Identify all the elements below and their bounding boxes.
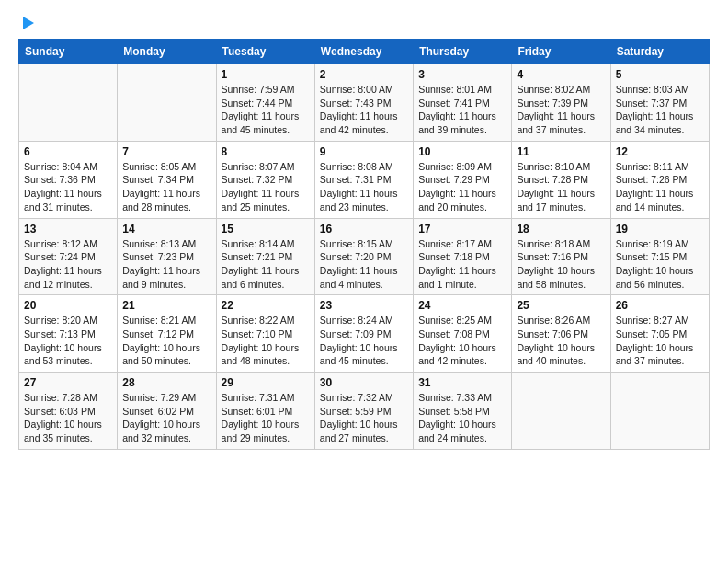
calendar-cell: 13Sunrise: 8:12 AM Sunset: 7:24 PM Dayli…: [19, 218, 118, 295]
day-info: Sunrise: 8:09 AM Sunset: 7:29 PM Dayligh…: [418, 160, 506, 214]
header: [18, 15, 710, 29]
calendar-week-row: 20Sunrise: 8:20 AM Sunset: 7:13 PM Dayli…: [19, 295, 710, 373]
day-info: Sunrise: 8:18 AM Sunset: 7:16 PM Dayligh…: [517, 237, 605, 292]
calendar-cell: 25Sunrise: 8:26 AM Sunset: 7:06 PM Dayli…: [512, 295, 610, 373]
day-number: 19: [616, 223, 704, 236]
weekday-header: Thursday: [414, 40, 512, 64]
day-info: Sunrise: 8:11 AM Sunset: 7:26 PM Dayligh…: [616, 160, 704, 214]
day-info: Sunrise: 8:27 AM Sunset: 7:05 PM Dayligh…: [616, 314, 704, 368]
day-info: Sunrise: 8:14 AM Sunset: 7:21 PM Dayligh…: [222, 237, 310, 292]
calendar-table: SundayMondayTuesdayWednesdayThursdayFrid…: [18, 39, 710, 450]
calendar-cell: [512, 373, 610, 450]
day-info: Sunrise: 8:22 AM Sunset: 7:10 PM Dayligh…: [222, 314, 310, 368]
day-number: 14: [122, 223, 210, 236]
day-info: Sunrise: 8:26 AM Sunset: 7:06 PM Dayligh…: [517, 314, 605, 368]
day-number: 20: [24, 299, 112, 312]
day-number: 23: [320, 299, 408, 312]
day-info: Sunrise: 8:13 AM Sunset: 7:23 PM Dayligh…: [122, 237, 210, 292]
calendar-cell: 22Sunrise: 8:22 AM Sunset: 7:10 PM Dayli…: [216, 295, 314, 373]
day-number: 3: [418, 68, 506, 81]
calendar-week-row: 1Sunrise: 7:59 AM Sunset: 7:44 PM Daylig…: [19, 64, 710, 142]
day-number: 8: [222, 145, 310, 158]
calendar-cell: [19, 64, 118, 142]
day-number: 28: [122, 376, 210, 389]
calendar-cell: 2Sunrise: 8:00 AM Sunset: 7:43 PM Daylig…: [314, 64, 413, 142]
day-info: Sunrise: 8:10 AM Sunset: 7:28 PM Dayligh…: [517, 160, 605, 214]
day-info: Sunrise: 7:28 AM Sunset: 6:03 PM Dayligh…: [24, 391, 112, 445]
calendar-cell: 14Sunrise: 8:13 AM Sunset: 7:23 PM Dayli…: [118, 218, 216, 295]
calendar-cell: 31Sunrise: 7:33 AM Sunset: 5:58 PM Dayli…: [414, 373, 512, 450]
calendar-cell: 19Sunrise: 8:19 AM Sunset: 7:15 PM Dayli…: [610, 218, 709, 295]
day-info: Sunrise: 8:05 AM Sunset: 7:34 PM Dayligh…: [122, 160, 210, 214]
day-info: Sunrise: 8:21 AM Sunset: 7:12 PM Dayligh…: [122, 314, 210, 368]
calendar-cell: 9Sunrise: 8:08 AM Sunset: 7:31 PM Daylig…: [314, 141, 413, 218]
weekday-header-row: SundayMondayTuesdayWednesdayThursdayFrid…: [19, 40, 710, 64]
calendar-cell: 18Sunrise: 8:18 AM Sunset: 7:16 PM Dayli…: [512, 218, 610, 295]
calendar-cell: 7Sunrise: 8:05 AM Sunset: 7:34 PM Daylig…: [118, 141, 216, 218]
calendar-cell: 8Sunrise: 8:07 AM Sunset: 7:32 PM Daylig…: [216, 141, 314, 218]
day-info: Sunrise: 7:31 AM Sunset: 6:01 PM Dayligh…: [222, 391, 310, 445]
calendar-cell: 11Sunrise: 8:10 AM Sunset: 7:28 PM Dayli…: [512, 141, 610, 218]
calendar-cell: 16Sunrise: 8:15 AM Sunset: 7:20 PM Dayli…: [314, 218, 413, 295]
day-number: 7: [122, 145, 210, 158]
weekday-header: Wednesday: [314, 40, 413, 64]
day-info: Sunrise: 8:01 AM Sunset: 7:41 PM Dayligh…: [418, 83, 506, 137]
calendar-cell: 10Sunrise: 8:09 AM Sunset: 7:29 PM Dayli…: [414, 141, 512, 218]
day-number: 31: [418, 376, 506, 389]
calendar-cell: 12Sunrise: 8:11 AM Sunset: 7:26 PM Dayli…: [610, 141, 709, 218]
calendar-cell: 29Sunrise: 7:31 AM Sunset: 6:01 PM Dayli…: [216, 373, 314, 450]
day-info: Sunrise: 8:12 AM Sunset: 7:24 PM Dayligh…: [24, 237, 112, 292]
day-info: Sunrise: 8:04 AM Sunset: 7:36 PM Dayligh…: [24, 160, 112, 214]
day-number: 1: [222, 68, 310, 81]
day-number: 15: [222, 223, 310, 236]
weekday-header: Tuesday: [216, 40, 314, 64]
day-number: 6: [24, 145, 112, 158]
calendar-cell: 3Sunrise: 8:01 AM Sunset: 7:41 PM Daylig…: [414, 64, 512, 142]
svg-marker-0: [23, 17, 34, 29]
logo: [18, 15, 36, 29]
day-number: 13: [24, 223, 112, 236]
day-number: 26: [616, 299, 704, 312]
day-info: Sunrise: 8:15 AM Sunset: 7:20 PM Dayligh…: [320, 237, 408, 292]
weekday-header: Monday: [118, 40, 216, 64]
day-number: 2: [320, 68, 408, 81]
calendar-cell: 21Sunrise: 8:21 AM Sunset: 7:12 PM Dayli…: [118, 295, 216, 373]
day-number: 10: [418, 145, 506, 158]
calendar-cell: [118, 64, 216, 142]
day-info: Sunrise: 8:00 AM Sunset: 7:43 PM Dayligh…: [320, 83, 408, 137]
day-info: Sunrise: 8:08 AM Sunset: 7:31 PM Dayligh…: [320, 160, 408, 214]
day-info: Sunrise: 8:24 AM Sunset: 7:09 PM Dayligh…: [320, 314, 408, 368]
day-info: Sunrise: 8:25 AM Sunset: 7:08 PM Dayligh…: [418, 314, 506, 368]
calendar-cell: 17Sunrise: 8:17 AM Sunset: 7:18 PM Dayli…: [414, 218, 512, 295]
day-info: Sunrise: 7:59 AM Sunset: 7:44 PM Dayligh…: [222, 83, 310, 137]
calendar-cell: 20Sunrise: 8:20 AM Sunset: 7:13 PM Dayli…: [19, 295, 118, 373]
calendar-week-row: 6Sunrise: 8:04 AM Sunset: 7:36 PM Daylig…: [19, 141, 710, 218]
day-number: 22: [222, 299, 310, 312]
day-number: 4: [517, 68, 605, 81]
calendar-cell: 1Sunrise: 7:59 AM Sunset: 7:44 PM Daylig…: [216, 64, 314, 142]
calendar-cell: 23Sunrise: 8:24 AM Sunset: 7:09 PM Dayli…: [314, 295, 413, 373]
day-number: 5: [616, 68, 704, 81]
day-info: Sunrise: 8:07 AM Sunset: 7:32 PM Dayligh…: [222, 160, 310, 214]
day-number: 17: [418, 223, 506, 236]
calendar-cell: 6Sunrise: 8:04 AM Sunset: 7:36 PM Daylig…: [19, 141, 118, 218]
calendar-cell: 5Sunrise: 8:03 AM Sunset: 7:37 PM Daylig…: [610, 64, 709, 142]
calendar-cell: [610, 373, 709, 450]
calendar-cell: 27Sunrise: 7:28 AM Sunset: 6:03 PM Dayli…: [19, 373, 118, 450]
weekday-header: Saturday: [610, 40, 709, 64]
day-number: 24: [418, 299, 506, 312]
logo-line: [18, 15, 36, 31]
day-info: Sunrise: 8:17 AM Sunset: 7:18 PM Dayligh…: [418, 237, 506, 292]
day-info: Sunrise: 7:29 AM Sunset: 6:02 PM Dayligh…: [122, 391, 210, 445]
day-number: 16: [320, 223, 408, 236]
weekday-header: Sunday: [19, 40, 118, 64]
day-number: 21: [122, 299, 210, 312]
day-number: 25: [517, 299, 605, 312]
logo-triangle-icon: [19, 15, 36, 31]
calendar-cell: 30Sunrise: 7:32 AM Sunset: 5:59 PM Dayli…: [314, 373, 413, 450]
calendar-week-row: 13Sunrise: 8:12 AM Sunset: 7:24 PM Dayli…: [19, 218, 710, 295]
day-number: 27: [24, 376, 112, 389]
calendar-cell: 4Sunrise: 8:02 AM Sunset: 7:39 PM Daylig…: [512, 64, 610, 142]
day-number: 29: [222, 376, 310, 389]
calendar-cell: 28Sunrise: 7:29 AM Sunset: 6:02 PM Dayli…: [118, 373, 216, 450]
